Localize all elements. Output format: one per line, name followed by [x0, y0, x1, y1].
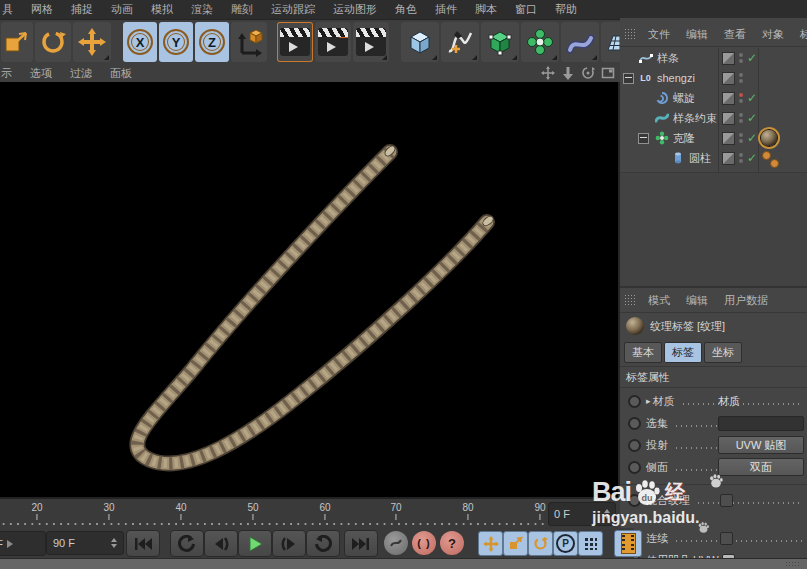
menu-render[interactable]: 渲染: [182, 0, 222, 19]
keyframe-circle-icon[interactable]: [628, 417, 641, 430]
layer-color-chip[interactable]: [722, 88, 735, 108]
collapse-expander-icon[interactable]: [638, 133, 649, 144]
visibility-dots[interactable]: [739, 88, 743, 108]
menu-help[interactable]: 帮助: [546, 0, 586, 19]
scale-tool-button[interactable]: [1, 22, 33, 62]
enable-check-icon[interactable]: ✓: [747, 148, 757, 168]
play-button[interactable]: [238, 530, 272, 557]
menu-mesh[interactable]: 网格: [22, 0, 62, 19]
om-menu-file[interactable]: 文件: [640, 25, 678, 44]
tree-item-spline-wrap[interactable]: 样条约束 ✓: [620, 108, 807, 128]
viewport-3d[interactable]: [0, 82, 620, 497]
resize-grip-icon[interactable]: [785, 561, 799, 568]
om-menu-view[interactable]: 查看: [716, 25, 754, 44]
tree-item-spline[interactable]: 样条 ✓: [620, 48, 807, 68]
phong-tag-icon[interactable]: [762, 151, 771, 160]
visibility-dots[interactable]: [739, 108, 743, 128]
visibility-dots[interactable]: [739, 68, 743, 88]
rope-object[interactable]: [0, 82, 618, 497]
expand-arrow-icon[interactable]: ▸: [646, 396, 651, 406]
keyframe-circle-icon[interactable]: [628, 494, 641, 507]
subdivision-surface-button[interactable]: [481, 22, 519, 62]
menu-motion-tracker[interactable]: 运动跟踪: [262, 0, 324, 19]
texture-tag-material-ball[interactable]: [761, 128, 777, 148]
om-menu-tags[interactable]: 标签: [792, 25, 807, 44]
am-menu-edit[interactable]: 编辑: [678, 291, 716, 310]
keyframe-circle-icon[interactable]: [628, 439, 641, 452]
om-menu-objects[interactable]: 对象: [754, 25, 792, 44]
drag-handle-icon[interactable]: [624, 28, 637, 40]
go-to-start-button[interactable]: [126, 530, 160, 557]
am-menu-userdata[interactable]: 用户数据: [716, 291, 776, 310]
axis-lock-x-button[interactable]: X: [123, 22, 157, 62]
timeline-ruler[interactable]: 20 30 40 50 60 70 80 90: [0, 499, 552, 530]
menu-animate[interactable]: 动画: [102, 0, 142, 19]
pan-view-icon[interactable]: [540, 65, 556, 81]
menu-plugins[interactable]: 插件: [426, 0, 466, 19]
axis-lock-y-button[interactable]: Y: [159, 22, 193, 62]
om-menu-edit[interactable]: 编辑: [678, 25, 716, 44]
next-frame-button[interactable]: [272, 530, 306, 557]
render-settings-button[interactable]: [353, 22, 389, 62]
enable-check-icon[interactable]: ✓: [747, 48, 757, 68]
menu-sculpt[interactable]: 雕刻: [222, 0, 262, 19]
drag-handle-icon[interactable]: [624, 294, 637, 306]
toggle-view-icon[interactable]: [600, 65, 616, 81]
key-pla-toggle[interactable]: [578, 531, 603, 556]
visibility-dots[interactable]: [739, 128, 743, 148]
side-dropdown[interactable]: 双面: [718, 458, 804, 476]
layer-color-chip[interactable]: [722, 48, 735, 68]
layer-color-chip[interactable]: [722, 128, 735, 148]
material-link-value[interactable]: 材质: [718, 394, 804, 409]
spline-pen-button[interactable]: [441, 22, 479, 62]
keyframe-selection-button[interactable]: ?: [440, 531, 464, 555]
menu-mograph[interactable]: 运动图形: [324, 0, 386, 19]
am-menu-mode[interactable]: 模式: [640, 291, 678, 310]
coordinate-system-button[interactable]: [231, 22, 267, 62]
range-end-field-clipped[interactable]: 90 F: [0, 531, 46, 556]
viewport-menu-panel[interactable]: 面板: [101, 65, 141, 82]
axis-lock-z-button[interactable]: Z: [195, 22, 229, 62]
next-key-button[interactable]: [306, 530, 340, 557]
keyframe-circle-icon[interactable]: [628, 395, 641, 408]
selection-input[interactable]: [718, 416, 804, 431]
layer-color-chip[interactable]: [722, 108, 735, 128]
key-rotation-toggle[interactable]: [528, 531, 553, 556]
visibility-dots[interactable]: [739, 48, 743, 68]
add-primitive-button[interactable]: [401, 22, 439, 62]
menu-simulate[interactable]: 模拟: [142, 0, 182, 19]
menu-tools[interactable]: 具: [0, 0, 22, 19]
viewport-menu-display[interactable]: 示: [0, 65, 21, 82]
zoom-view-icon[interactable]: [560, 65, 576, 81]
key-scale-toggle[interactable]: [503, 531, 528, 556]
layer-color-chip[interactable]: [722, 148, 735, 168]
menu-snap[interactable]: 捕捉: [62, 0, 102, 19]
enable-check-icon[interactable]: ✓: [747, 128, 757, 148]
menu-window[interactable]: 窗口: [506, 0, 546, 19]
menu-character[interactable]: 角色: [386, 0, 426, 19]
object-manager-empty-area[interactable]: [620, 172, 807, 287]
viewport-menu-options[interactable]: 选项: [21, 65, 61, 82]
visibility-dots[interactable]: [739, 148, 743, 168]
mix-textures-checkbox[interactable]: [720, 494, 733, 507]
record-button[interactable]: [384, 531, 408, 555]
key-position-toggle[interactable]: [478, 531, 503, 556]
mograph-cloner-button[interactable]: [521, 22, 559, 62]
range-end-field[interactable]: 90 F: [46, 531, 124, 555]
keyframe-circle-icon[interactable]: [628, 461, 641, 474]
enable-check-icon[interactable]: ✓: [747, 88, 757, 108]
tree-item-helix[interactable]: 螺旋 ✓: [620, 88, 807, 108]
rotate-tool-button[interactable]: [35, 22, 71, 62]
stepper-icon[interactable]: [111, 538, 117, 548]
tree-item-shengzi[interactable]: L0 shengzi: [620, 68, 807, 88]
floor-environment-button[interactable]: [601, 22, 620, 62]
previous-frame-button[interactable]: [204, 530, 238, 557]
move-tool-button[interactable]: [73, 22, 111, 62]
tab-coordinates[interactable]: 坐标: [704, 342, 742, 363]
filmstrip-button[interactable]: [614, 530, 642, 557]
go-to-end-button[interactable]: [344, 530, 378, 557]
current-frame-field[interactable]: 0 F: [548, 502, 616, 526]
key-parameter-toggle[interactable]: P: [553, 531, 578, 556]
tree-item-cloner[interactable]: 克隆 ✓: [620, 128, 807, 148]
tree-item-cylinder[interactable]: 圆柱 ✓: [620, 148, 807, 168]
